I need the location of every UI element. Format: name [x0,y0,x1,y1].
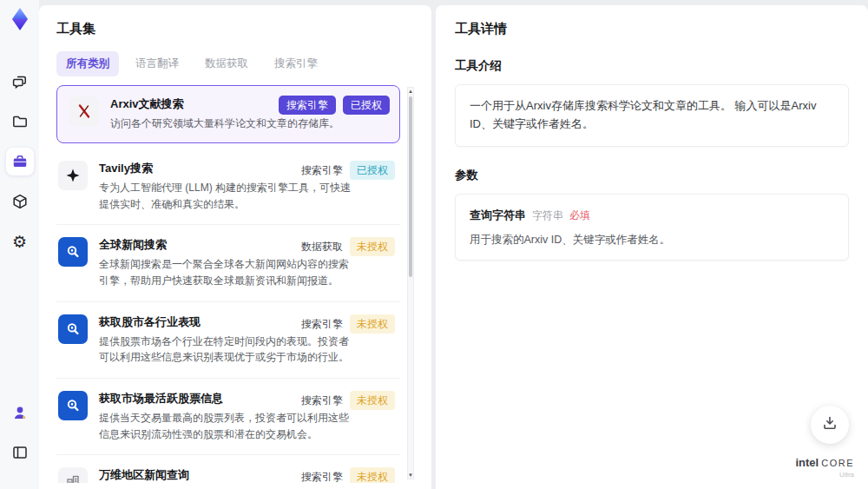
param-required-badge: 必填 [569,209,590,221]
intro-text: 一个用于从Arxiv存储库搜索科学论文和文章的工具。 输入可以是Arxiv ID… [470,97,834,134]
package-icon [11,193,29,210]
tool-list: Arxiv文献搜索 访问各个研究领域大量科学论文和文章的存储库。 搜索引擎 已授… [56,85,414,483]
download-icon [821,414,838,435]
tool-badges: 数据获取 未授权 [301,237,395,256]
param-box: 查询字符串字符串必填 用于搜索的Arxiv ID、关键字或作者姓名。 [455,194,849,261]
tool-card[interactable]: Tavily搜索 专为人工智能代理 (LLM) 构建的搜索引擎工具，可快速提供实… [56,149,400,225]
params-heading: 参数 [455,168,849,183]
app-root: ⚙ 工具集 所有类别语言翻译 [0,0,868,489]
category-badge: 搜索引擎 [301,391,343,410]
news-building-icon [58,467,88,483]
blue-search-icon [58,391,88,420]
blue-search-icon [58,314,88,344]
sidebar-item-tools[interactable] [6,148,34,175]
intel-core-logo: intelCORE Ultra [795,454,854,479]
toolbox-icon [11,153,29,170]
tool-description: 提供股票市场各个行业在特定时间段内的表现。投资者可以利用这些信息来识别表现优于或… [99,334,355,366]
arxiv-icon [69,96,99,126]
tool-badges: 搜索引擎 未授权 [301,391,395,410]
folder-icon [11,113,29,130]
tool-description: 全球新闻搜索是一个聚合全球各大新闻网站内容的搜索引擎，帮助用户快速获取全球最新资… [99,256,355,288]
scrollbar-thumb[interactable] [409,96,412,277]
scroll-down-icon[interactable]: ▼ [408,472,413,479]
download-button[interactable] [811,406,849,444]
detail-title: 工具详情 [455,21,849,37]
chat-icon [11,73,29,90]
tool-badges: 搜索引擎 未授权 [301,467,395,483]
tool-badges: 搜索引擎 未授权 [301,314,395,334]
tool-card[interactable]: 获取市场最活跃股票信息 提供当天交易量最高的股票列表，投资者可以利用这些信息来识… [56,379,400,455]
detail-panel: 工具详情 工具介绍 一个用于从Arxiv存储库搜索科学论文和文章的工具。 输入可… [436,5,868,489]
scroll-up-icon[interactable]: ▲ [408,88,413,95]
auth-status-badge: 未授权 [350,467,395,483]
tool-card[interactable]: 万维地区新闻查询 查询具体行政区划内的新闻，快速了解各地新闻动态 搜索引擎 未授… [56,455,400,483]
sidebar-item-settings[interactable]: ⚙ [6,228,34,255]
panel-toggle-icon [11,444,29,461]
tool-card[interactable]: 获取股市各行业表现 提供股票市场各个行业在特定时间段内的表现。投资者可以利用这些… [56,302,400,379]
user-icon [11,404,29,421]
sidebar-item-packages[interactable] [6,188,34,215]
category-badge: 搜索引擎 [279,96,336,115]
tool-badges: 搜索引擎 已授权 [279,96,390,115]
auth-status-badge: 已授权 [343,96,390,115]
tab-category-0[interactable]: 所有类别 [56,51,119,76]
tab-category-2[interactable]: 数据获取 [195,51,258,76]
intro-box: 一个用于从Arxiv存储库搜索科学论文和文章的工具。 输入可以是Arxiv ID… [455,84,849,147]
tool-description: 专为人工智能代理 (LLM) 构建的搜索引擎工具，可快速提供实时、准确和真实的结… [99,180,355,212]
auth-status-badge: 未授权 [350,237,395,256]
tool-card[interactable]: 全球新闻搜索 全球新闻搜索是一个聚合全球各大新闻网站内容的搜索引擎，帮助用户快速… [56,225,400,301]
tool-description: 提供当天交易量最高的股票列表，投资者可以利用这些信息来识别流动性强的股票和潜在的… [99,410,355,442]
tool-card[interactable]: Arxiv文献搜索 访问各个研究领域大量科学论文和文章的存储库。 搜索引擎 已授… [56,85,400,143]
sidebar: ⚙ [0,0,39,489]
sidebar-item-collapse[interactable] [6,439,34,466]
category-badge: 搜索引擎 [301,467,343,483]
auth-status-badge: 未授权 [350,314,395,334]
category-badge: 搜索引擎 [301,314,343,334]
tab-category-3[interactable]: 搜索引擎 [265,51,327,76]
tool-description: 访问各个研究领域大量科学论文和文章的存储库。 [110,116,339,132]
page-title: 工具集 [56,21,414,37]
tab-category-1[interactable]: 语言翻译 [126,51,188,76]
tool-badges: 搜索引擎 已授权 [301,161,395,180]
list-scrollbar[interactable]: ▲ ▼ [407,87,414,479]
main-content: 工具集 所有类别语言翻译数据获取搜索引擎 Arxiv文献搜索 访问各个研究领域大… [39,0,868,489]
sidebar-item-chat[interactable] [6,68,34,96]
category-tabs: 所有类别语言翻译数据获取搜索引擎 [56,51,414,76]
gear-icon: ⚙ [12,234,27,250]
app-logo [8,7,32,31]
param-description: 用于搜索的Arxiv ID、关键字或作者姓名。 [470,232,834,248]
sidebar-item-account[interactable] [6,399,34,426]
auth-status-badge: 已授权 [350,161,395,180]
blue-search-icon [58,237,88,267]
param-type: 字符串 [532,209,563,221]
auth-status-badge: 未授权 [350,391,395,410]
category-badge: 数据获取 [301,237,343,256]
param-name: 查询字符串 [470,208,526,221]
category-badge: 搜索引擎 [301,161,343,180]
tools-panel: 工具集 所有类别语言翻译数据获取搜索引擎 Arxiv文献搜索 访问各个研究领域大… [39,5,431,489]
tavily-icon [58,161,88,190]
intro-heading: 工具介绍 [455,58,849,74]
sidebar-item-files[interactable] [6,108,34,135]
